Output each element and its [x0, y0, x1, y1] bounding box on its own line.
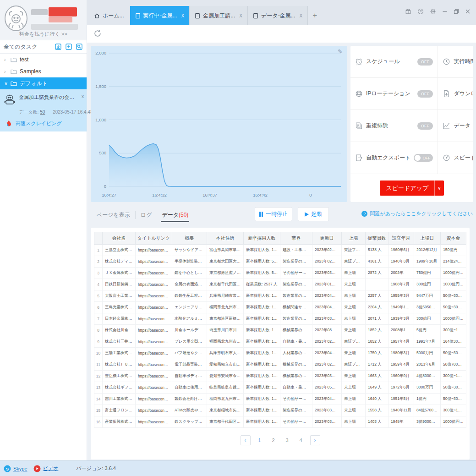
column-header[interactable]: 上場	[342, 232, 366, 245]
page-number[interactable]: 4	[296, 438, 306, 443]
pagination: ‹1234›	[94, 435, 466, 445]
chevron-right-icon[interactable]: ›	[4, 57, 8, 62]
table-cell	[366, 279, 388, 290]
table-row[interactable]: 8株式会社川金ホール...https://baseconnect...川金ホール…	[94, 325, 466, 336]
table-row[interactable]: 4日鉄日新製鋼株式会...https://baseconnect...金属の表面…	[94, 279, 466, 290]
table-row[interactable]: 15富士通フロンテック...https://baseconnect...ATMの…	[94, 405, 466, 416]
column-header[interactable]: 資本金	[441, 232, 466, 245]
tab-home[interactable]: ホーム...	[89, 6, 129, 25]
table-row[interactable]: 14吉川工業株式会社https://baseconnect...製鉄会社向けに鉄…	[94, 394, 466, 405]
page-number[interactable]: 1	[255, 438, 264, 443]
column-header[interactable]: 概要	[172, 232, 207, 245]
column-header[interactable]: 新卒採用人数	[244, 232, 280, 245]
close-tab-icon[interactable]: X	[239, 13, 242, 18]
column-header[interactable]: 本社住所	[207, 232, 244, 245]
new-tab-button[interactable]: +	[308, 6, 322, 25]
new-task-icon[interactable]	[65, 43, 72, 50]
task-data-count[interactable]: 50	[40, 109, 45, 115]
refresh-icon[interactable]	[93, 29, 102, 38]
table-row[interactable]: 7日本軽金属株式会社https://baseconnect...水酸化アルミニウ…	[94, 313, 466, 325]
restore-window-icon[interactable]	[454, 9, 459, 14]
close-tab-icon[interactable]: X	[300, 13, 303, 18]
chevron-right-icon[interactable]: ›	[4, 69, 8, 74]
table-row[interactable]: 1三協立山株式会社https://baseconnect...サッシやドアなどの…	[94, 245, 466, 256]
table-cell: 金属の表面処理製品...	[172, 279, 207, 290]
minimize-icon[interactable]	[442, 9, 448, 14]
table-cell: 東京都港区虎ノ門2...	[207, 268, 244, 279]
start-button[interactable]: 起動	[298, 207, 329, 221]
column-header[interactable]: 会社名	[103, 232, 136, 245]
avatar[interactable]	[4, 5, 28, 32]
close-tab-icon[interactable]: X	[181, 13, 185, 18]
page-number[interactable]: 3	[283, 438, 292, 443]
table-cell: 新卒採用人数: 1~10人	[244, 348, 280, 359]
sidebar-folder-default[interactable]: ∨ デフォルト	[0, 77, 87, 89]
video-icon[interactable]	[33, 465, 41, 472]
speedup-button[interactable]: スピードアップ ∨	[380, 181, 443, 196]
table-cell: 58億7800万円	[441, 359, 466, 371]
tab-log[interactable]: ログ	[135, 211, 157, 219]
sidebar-folder-samples[interactable]: › Samples	[0, 66, 87, 77]
row-number: 12	[94, 371, 103, 382]
schedule-off-badge[interactable]: OFF	[417, 58, 433, 66]
import-task-icon[interactable]	[55, 43, 62, 50]
table-cell: 1852 人	[366, 325, 388, 336]
speedup-dropdown-chevron[interactable]: ∨	[434, 181, 443, 196]
table-cell: 1980年3月	[388, 348, 414, 359]
problem-help-link[interactable]: ? 問題があったらここをクリックしてください	[361, 210, 473, 217]
column-header[interactable]: 設立年月	[388, 232, 414, 245]
tab-show-page[interactable]: ページを表示	[92, 211, 135, 219]
row-number: 15	[94, 405, 103, 416]
table-cell: https://baseconnect...	[136, 290, 172, 302]
column-header[interactable]: 上場日	[414, 232, 441, 245]
task-card[interactable]: 金属加工請負業界の会社・企業一覧（全国... x データ数:50 2023-05…	[0, 89, 87, 131]
row-number: 16	[94, 416, 103, 428]
skype-icon[interactable]: S	[4, 465, 11, 472]
table-cell: 鉄スクラップの再資...	[172, 416, 207, 428]
table-row[interactable]: 5大阪富士工業株式会...https://baseconnect...鉄鋼生産工…	[94, 290, 466, 302]
table-row[interactable]: 12豊臣機工株式会社https://baseconnect...自動車ボディ部品…	[94, 371, 466, 382]
settings-gear-icon[interactable]	[430, 8, 436, 15]
prev-page-button[interactable]: ‹	[241, 435, 251, 445]
pause-button[interactable]: 一時停止	[255, 207, 292, 221]
skype-link[interactable]: Skype	[13, 466, 27, 471]
table-row[interactable]: 13株式会社ギフ加藤製...https://baseconnect...自動車に…	[94, 382, 466, 394]
table-row[interactable]: 11株式会社ＦＵＪＩhttps://baseconnect...電子部品実装ロボ…	[94, 359, 466, 371]
close-window-icon[interactable]	[465, 9, 471, 14]
table-row[interactable]: 9株式会社三井ハイテ...https://baseconnect...プレス用金…	[94, 336, 466, 348]
help-icon[interactable]	[417, 8, 424, 15]
folder-icon	[11, 57, 17, 62]
sidebar-folder-test[interactable]: › test	[0, 54, 87, 66]
table-cell: プレス用金型などの...	[172, 336, 207, 348]
task-close-icon[interactable]: x	[82, 94, 84, 99]
page-number[interactable]: 2	[269, 438, 278, 443]
tab-running-task[interactable]: 実行中-金属... X	[130, 6, 190, 25]
stat-speed: スピード 0KB/s	[438, 142, 473, 174]
column-header[interactable]: 業界	[280, 232, 312, 245]
table-row[interactable]: 6三島光産株式会社https://baseconnect...エンジニアリング事…	[94, 302, 466, 313]
auto-export-toggle[interactable]: OFF	[414, 154, 433, 162]
edit-pencil-icon[interactable]: ✎	[338, 48, 343, 55]
table-cell: 株式会社三井ハイテ...	[103, 336, 136, 348]
find-task-icon[interactable]	[76, 43, 83, 50]
next-page-button[interactable]: ›	[310, 435, 320, 445]
table-row[interactable]: 10三陽工業株式会社https://baseconnect...バフ研磨やクロム…	[94, 348, 466, 359]
table-row[interactable]: 16産業振興株式会社https://baseconnect...鉄スクラップの再…	[94, 416, 466, 428]
pay-link[interactable]: 料金を払うに行く >>	[0, 31, 87, 38]
column-header[interactable]: タイトルリンク	[136, 232, 172, 245]
gift-icon[interactable]	[405, 8, 411, 15]
tab-task-data[interactable]: データ-金属... X	[248, 6, 308, 25]
video-link[interactable]: ビデオ	[43, 465, 59, 472]
table-row[interactable]: 2株式会社ディスコhttps://baseconnect...半導体製造装置や精…	[94, 256, 466, 268]
column-header[interactable]: 従業員数	[366, 232, 388, 245]
tab-task-config[interactable]: 金属加工請... X	[190, 6, 248, 25]
table-cell: 1750 人	[366, 348, 388, 359]
tab-data[interactable]: データ(50)	[157, 211, 193, 219]
dedup-off-badge[interactable]: OFF	[417, 122, 433, 130]
column-header[interactable]: 更新日	[312, 232, 342, 245]
table-row[interactable]: 3ＪＸ金属株式会社https://baseconnect...銅を中心とした非鉄…	[94, 268, 466, 279]
table-cell: 鉄鋼生産工程作業、...	[172, 290, 207, 302]
ip-rotation-off-badge[interactable]: OFF	[417, 90, 433, 98]
table-cell: 新卒採用人数: 11~5...	[244, 382, 280, 394]
chevron-down-icon[interactable]: ∨	[4, 81, 8, 86]
